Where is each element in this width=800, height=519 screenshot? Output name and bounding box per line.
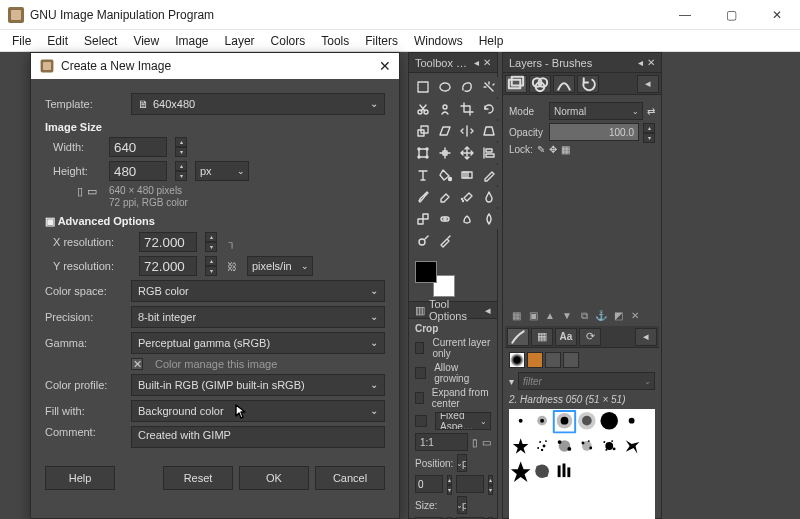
tool-scale[interactable] <box>413 121 433 141</box>
tool-ink[interactable] <box>479 187 499 207</box>
panel-close-icon[interactable]: ✕ <box>647 57 655 68</box>
size-unit-dropdown[interactable]: px ⌄ <box>195 161 249 181</box>
tool-eraser[interactable] <box>435 187 455 207</box>
mode-swap-icon[interactable]: ⇄ <box>647 106 655 117</box>
tool-clone[interactable] <box>413 209 433 229</box>
panel-menu-icon[interactable]: ◂ <box>474 57 479 68</box>
position-y-spinner[interactable]: ▴▾ <box>488 475 493 493</box>
tag-filter-icon[interactable]: ▾ <box>509 376 514 387</box>
tool-align[interactable] <box>479 143 499 163</box>
tool-crop[interactable] <box>457 99 477 119</box>
tool-foreground-select[interactable] <box>435 99 455 119</box>
tool-fuzzy-select[interactable] <box>479 77 499 97</box>
tab-brushes[interactable] <box>507 328 529 346</box>
brush-view-list-icon[interactable] <box>563 352 579 368</box>
tab-paths[interactable] <box>553 75 575 93</box>
tool-paintbrush[interactable] <box>413 187 433 207</box>
tool-options-header[interactable]: ▥ Tool Options ◂ <box>409 301 497 319</box>
xres-spinner[interactable]: ▴▾ <box>205 232 217 252</box>
tool-airbrush[interactable] <box>457 187 477 207</box>
panel-menu-icon[interactable]: ◂ <box>485 304 491 317</box>
tool-scissors[interactable] <box>413 99 433 119</box>
minimize-button[interactable]: — <box>662 0 708 30</box>
tab-patterns[interactable]: ▦ <box>531 328 553 346</box>
comment-field[interactable]: Created with GIMP <box>131 426 385 448</box>
tool-blur[interactable] <box>479 209 499 229</box>
xres-input[interactable] <box>139 232 197 252</box>
tab-undo[interactable] <box>577 75 599 93</box>
gamma-dropdown[interactable]: Perceptual gamma (sRGB)⌄ <box>131 332 385 354</box>
dialog-titlebar[interactable]: Create a New Image ✕ <box>31 53 399 79</box>
menu-select[interactable]: Select <box>76 32 125 50</box>
tool-color-picker[interactable] <box>435 231 455 251</box>
mode-dropdown[interactable]: Normal⌄ <box>549 102 643 120</box>
menu-tools[interactable]: Tools <box>313 32 357 50</box>
tool-handle-transform[interactable] <box>435 143 455 163</box>
toolbox-header[interactable]: Toolbox - To… ◂ ✕ <box>409 53 497 73</box>
aspect-ratio-field[interactable]: 1:1 <box>415 433 468 451</box>
precision-dropdown[interactable]: 8-bit integer⌄ <box>131 306 385 328</box>
portrait-icon[interactable]: ▯ <box>472 437 478 448</box>
position-unit-dropdown[interactable]: px⌄ <box>457 454 467 472</box>
menu-filters[interactable]: Filters <box>357 32 406 50</box>
panel-close-icon[interactable]: ✕ <box>483 57 491 68</box>
menu-view[interactable]: View <box>125 32 167 50</box>
current-layer-checkbox[interactable] <box>415 342 424 354</box>
portrait-icon[interactable]: ▯ <box>77 185 83 198</box>
yres-input[interactable] <box>139 256 197 276</box>
cancel-button[interactable]: Cancel <box>315 466 385 490</box>
tab-layers[interactable] <box>505 75 527 93</box>
fill-dropdown[interactable]: Background color⌄ <box>131 400 385 422</box>
duplicate-layer-icon[interactable]: ⧉ <box>577 310 591 322</box>
landscape-icon[interactable]: ▭ <box>87 185 97 198</box>
menu-help[interactable]: Help <box>471 32 512 50</box>
new-layer-icon[interactable]: ▦ <box>509 310 523 322</box>
resolution-unit-dropdown[interactable]: pixels/in ⌄ <box>247 256 313 276</box>
tool-smudge[interactable] <box>457 209 477 229</box>
reset-button[interactable]: Reset <box>163 466 233 490</box>
maximize-button[interactable]: ▢ <box>708 0 754 30</box>
menu-windows[interactable]: Windows <box>406 32 471 50</box>
position-x-input[interactable] <box>415 475 443 493</box>
fg-bg-colors[interactable] <box>415 261 455 297</box>
yres-spinner[interactable]: ▴▾ <box>205 256 217 276</box>
template-dropdown[interactable]: 🗎 640x480 ⌄ <box>131 93 385 115</box>
panel-menu-icon[interactable]: ◂ <box>638 57 643 68</box>
opacity-spinner[interactable]: ▴▾ <box>643 123 655 141</box>
tool-text[interactable] <box>413 165 433 185</box>
lock-move-icon[interactable]: ✥ <box>549 144 557 155</box>
advanced-options-toggle[interactable]: Advanced Options <box>45 215 385 228</box>
tool-ellipse-select[interactable] <box>435 77 455 97</box>
fixed-aspect-checkbox[interactable] <box>415 415 427 427</box>
brush-preview-swatch[interactable] <box>509 352 525 368</box>
opacity-slider[interactable]: 100.0 <box>549 123 639 141</box>
tab-channels[interactable] <box>529 75 551 93</box>
brush-filter-input[interactable]: filter⌄ <box>518 372 655 390</box>
lock-paintbrush-icon[interactable]: ✎ <box>537 144 545 155</box>
tool-heal[interactable] <box>435 209 455 229</box>
brush-grid[interactable] <box>509 409 655 519</box>
merge-layer-icon[interactable]: ⚓ <box>594 310 608 322</box>
tab-history[interactable]: ⟳ <box>579 328 601 346</box>
menu-colors[interactable]: Colors <box>263 32 314 50</box>
tab-fonts[interactable]: Aa <box>555 328 577 346</box>
allow-growing-checkbox[interactable] <box>415 367 426 379</box>
dialog-close-button[interactable]: ✕ <box>379 58 391 74</box>
landscape-icon[interactable]: ▭ <box>482 437 491 448</box>
expand-center-checkbox[interactable] <box>415 392 424 404</box>
menu-edit[interactable]: Edit <box>39 32 76 50</box>
size-unit-dropdown[interactable]: px⌄ <box>457 496 467 514</box>
chain-link-icon[interactable]: ⛓ <box>227 261 237 272</box>
width-spinner[interactable]: ▴▾ <box>175 137 187 157</box>
menu-layer[interactable]: Layer <box>217 32 263 50</box>
tool-pencil[interactable] <box>479 165 499 185</box>
lower-layer-icon[interactable]: ▼ <box>560 310 574 322</box>
colorspace-dropdown[interactable]: RGB color⌄ <box>131 280 385 302</box>
brush-view-grid-icon[interactable] <box>545 352 561 368</box>
tool-perspective[interactable] <box>479 121 499 141</box>
tool-flip[interactable] <box>457 121 477 141</box>
help-button[interactable]: Help <box>45 466 115 490</box>
height-input[interactable] <box>109 161 167 181</box>
tool-move[interactable] <box>457 143 477 163</box>
position-y-input[interactable] <box>456 475 484 493</box>
